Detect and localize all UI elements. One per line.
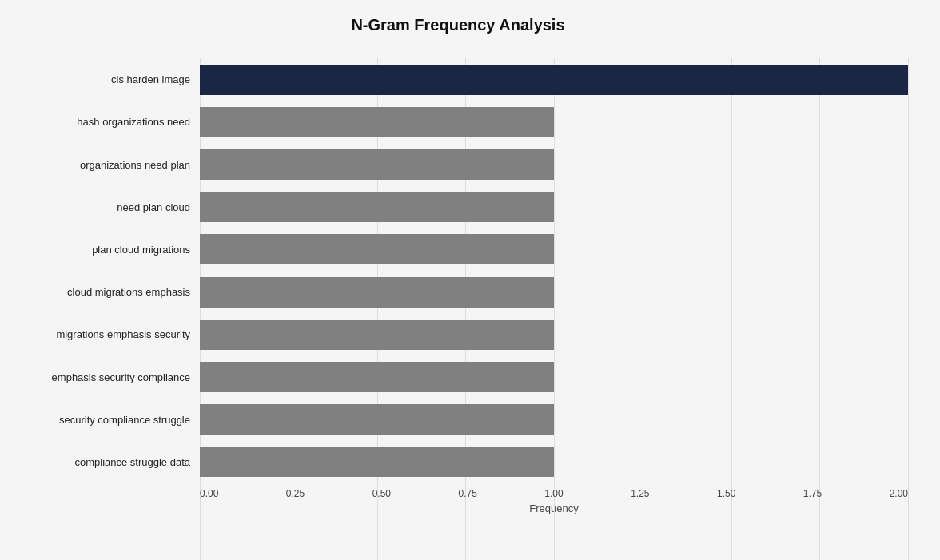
- bar-row: migrations emphasis security: [8, 313, 908, 355]
- x-tick: 1.50: [717, 488, 735, 499]
- bar-track: [200, 313, 908, 355]
- bar-row: cis harden image: [8, 58, 908, 101]
- bar-track: [200, 228, 908, 271]
- bar-secondary: [200, 404, 554, 435]
- x-tick: 1.00: [544, 488, 563, 499]
- bar-label: compliance struggle data: [8, 456, 200, 468]
- bar-row: hash organizations need: [8, 101, 908, 143]
- x-axis: 0.000.250.500.751.001.251.501.752.00: [200, 488, 908, 499]
- bar-secondary: [200, 320, 554, 350]
- x-tick: 0.25: [286, 488, 305, 499]
- x-tick: 1.75: [803, 488, 822, 499]
- bar-row: compliance struggle data: [8, 441, 908, 483]
- bar-secondary: [200, 149, 554, 180]
- bar-label: security compliance struggle: [8, 414, 200, 426]
- bar-row: organizations need plan: [8, 143, 908, 185]
- bar-track: [200, 58, 908, 101]
- bar-label: cis harden image: [8, 73, 200, 85]
- bar-secondary: [200, 234, 554, 264]
- chart-title: N-Gram Frequency Analysis: [8, 16, 908, 34]
- chart-inner: cis harden imagehash organizations needo…: [8, 58, 908, 514]
- bar-track: [200, 101, 908, 143]
- bar-secondary: [200, 107, 554, 137]
- bar-secondary: [200, 362, 554, 392]
- bar-row: security compliance struggle: [8, 399, 908, 441]
- bar-label: cloud migrations emphasis: [8, 286, 200, 298]
- bar-secondary: [200, 447, 554, 477]
- x-tick: 0.50: [372, 488, 391, 499]
- bar-label: organizations need plan: [8, 159, 200, 171]
- bar-row: need plan cloud: [8, 186, 908, 228]
- x-tick: 2.00: [890, 488, 908, 499]
- bar-primary: [200, 65, 908, 95]
- bar-track: [200, 399, 908, 441]
- bar-track: [200, 355, 908, 398]
- bar-row: emphasis security compliance: [8, 355, 908, 398]
- bar-row: plan cloud migrations: [8, 228, 908, 271]
- bar-track: [200, 271, 908, 313]
- bar-secondary: [200, 277, 554, 308]
- x-tick: 1.25: [631, 488, 649, 499]
- bar-label: emphasis security compliance: [8, 371, 200, 383]
- chart-container: N-Gram Frequency Analysis cis harden ima…: [0, 0, 940, 560]
- bar-track: [200, 441, 908, 483]
- bar-track: [200, 143, 908, 185]
- rows-area: cis harden imagehash organizations needo…: [8, 58, 908, 483]
- bar-label: migrations emphasis security: [8, 328, 200, 340]
- bar-secondary: [200, 192, 554, 222]
- x-tick: 0.00: [200, 488, 218, 499]
- grid-line: [908, 58, 909, 560]
- bar-label: hash organizations need: [8, 116, 200, 128]
- bar-label: plan cloud migrations: [8, 244, 200, 256]
- bar-track: [200, 186, 908, 228]
- bar-label: need plan cloud: [8, 201, 200, 213]
- x-tick: 0.75: [458, 488, 476, 499]
- bar-row: cloud migrations emphasis: [8, 271, 908, 313]
